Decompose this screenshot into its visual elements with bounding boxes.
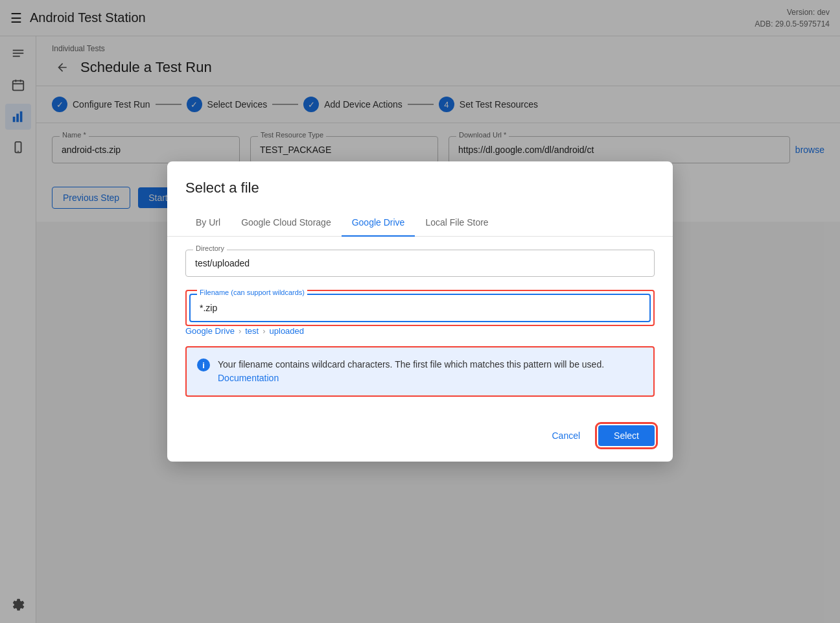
dialog-tabs: By Url Google Cloud Storage Google Drive… <box>167 209 673 237</box>
tab-gcs[interactable]: Google Cloud Storage <box>231 209 342 237</box>
dialog: Select a file By Url Google Cloud Storag… <box>167 161 673 462</box>
info-icon: i <box>197 359 210 371</box>
directory-input[interactable] <box>185 250 655 277</box>
dialog-select-button[interactable]: Select <box>598 425 655 446</box>
path-part-1[interactable]: Google Drive <box>185 326 235 336</box>
tab-google-drive[interactable]: Google Drive <box>342 209 415 237</box>
filename-highlight-box: Filename (can support wildcards) <box>185 290 655 326</box>
dialog-cancel-button[interactable]: Cancel <box>541 425 590 446</box>
tab-by-url[interactable]: By Url <box>185 209 231 237</box>
filename-field: Filename (can support wildcards) <box>189 294 651 322</box>
overlay: Select a file By Url Google Cloud Storag… <box>0 0 840 623</box>
directory-field: Directory <box>185 250 655 277</box>
directory-label: Directory <box>193 244 227 252</box>
path-breadcrumb: Google Drive › test › uploaded <box>185 326 655 336</box>
documentation-link[interactable]: Documentation <box>218 373 279 383</box>
path-sep-2: › <box>262 326 265 336</box>
filename-label: Filename (can support wildcards) <box>197 288 307 296</box>
path-part-3[interactable]: uploaded <box>270 326 305 336</box>
path-part-2[interactable]: test <box>245 326 259 336</box>
dialog-actions: Cancel Select <box>167 425 673 462</box>
info-text: Your filename contains wildcard characte… <box>218 358 643 385</box>
tab-local-file-store[interactable]: Local File Store <box>415 209 498 237</box>
info-box: i Your filename contains wildcard charac… <box>185 346 655 397</box>
filename-input[interactable] <box>189 294 651 322</box>
path-sep-1: › <box>239 326 241 336</box>
dialog-title: Select a file <box>167 161 673 209</box>
dialog-body: Directory Filename (can support wildcard… <box>167 237 673 425</box>
